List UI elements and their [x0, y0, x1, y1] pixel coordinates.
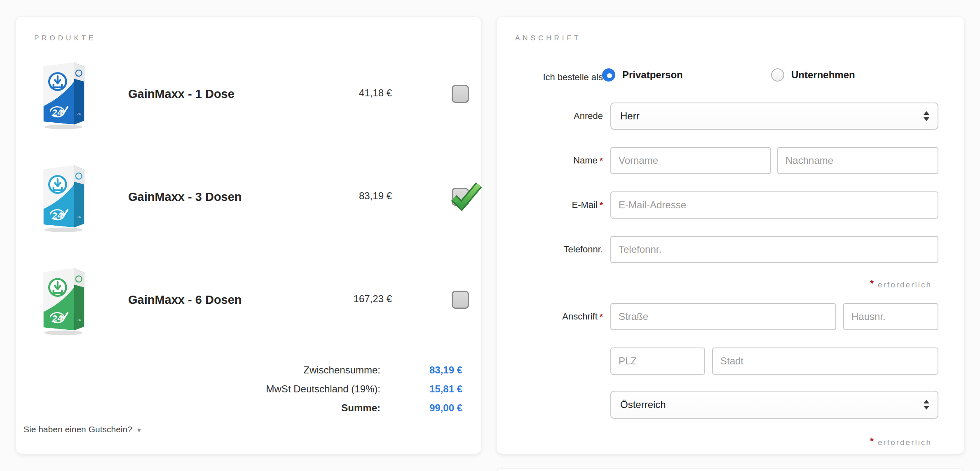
email-input[interactable]: [610, 191, 938, 219]
required-note-text: erforderlich: [878, 438, 932, 447]
svg-text:24: 24: [52, 107, 63, 118]
voucher-label: Sie haben einen Gutschein?: [23, 424, 132, 434]
product-name: GainMaxx - 6 Dosen: [128, 261, 242, 339]
street-input[interactable]: [610, 303, 836, 330]
radio-label: Unternehmen: [791, 69, 855, 81]
select-arrows-icon: [924, 111, 929, 121]
checkout-page: PRODUKTE 24 24 GainMaxx - 1 Dose 41,18 €: [0, 0, 980, 471]
radio-option-privatperson[interactable]: Privatperson: [602, 68, 683, 82]
required-asterisk: *: [870, 278, 874, 289]
required-asterisk: *: [870, 436, 874, 447]
product-price: 167,23 €: [354, 261, 392, 339]
products-card: PRODUKTE 24 24 GainMaxx - 1 Dose 41,18 €: [16, 16, 481, 454]
summary-row: MwSt Deutschland (19%): 15,81 €: [16, 383, 481, 395]
summary-row: Zwischensumme: 83,19 €: [16, 364, 481, 376]
svg-text:24: 24: [77, 215, 81, 219]
summary-total-value: 99,00 €: [429, 402, 462, 414]
summary-row: Summe: 99,00 €: [16, 402, 481, 414]
required-note-text: erforderlich: [878, 280, 932, 289]
product-price: 83,19 €: [359, 158, 392, 236]
summary-label: MwSt Deutschland (19%):: [266, 383, 380, 395]
required-asterisk: *: [600, 200, 603, 210]
house-number-input[interactable]: [843, 303, 938, 330]
country-select-value: Österreich: [620, 399, 666, 410]
product-name: GainMaxx - 1 Dose: [128, 55, 234, 133]
anrede-select-value: Herr: [620, 110, 640, 122]
svg-text:24: 24: [77, 318, 81, 322]
phone-input[interactable]: [610, 236, 938, 263]
product-checkbox[interactable]: [452, 85, 469, 103]
vorname-input[interactable]: [610, 147, 771, 174]
product-row: 24 24 GainMaxx - 6 Dosen 167,23 €: [16, 261, 481, 339]
address-section-title: ANSCHRIFT: [515, 34, 581, 42]
product-box-image: 24 24: [40, 262, 86, 336]
required-note: * erforderlich: [870, 279, 932, 291]
anrede-select[interactable]: Herr: [610, 103, 938, 130]
zip-input[interactable]: [610, 347, 705, 375]
product-box-image: 24 24: [40, 159, 86, 233]
city-input[interactable]: [712, 347, 938, 375]
caret-down-icon: ▼: [136, 426, 142, 434]
radio-selected-icon[interactable]: [602, 68, 615, 82]
product-price: 41,18 €: [359, 55, 392, 133]
green-checkmark-icon: [450, 182, 482, 210]
svg-text:24: 24: [77, 112, 81, 116]
next-section-card-edge: [497, 469, 964, 471]
product-row: 24 24 GainMaxx - 3 Dosen 83,19 €: [16, 158, 481, 236]
summary-label: Zwischensumme:: [303, 364, 380, 376]
product-box-image: 24 24: [40, 56, 86, 131]
phone-label: Telefonnr.: [497, 244, 603, 255]
product-checkbox-checked[interactable]: [452, 188, 469, 206]
radio-unselected-icon[interactable]: [771, 68, 784, 82]
svg-text:24: 24: [52, 210, 63, 221]
product-row: 24 24 GainMaxx - 1 Dose 41,18 €: [16, 55, 481, 133]
required-asterisk: *: [600, 156, 603, 165]
products-section-title: PRODUKTE: [34, 34, 96, 42]
address-card: ANSCHRIFT Ich bestelle als Privatperson …: [497, 16, 964, 454]
voucher-toggle[interactable]: Sie haben einen Gutschein? ▼: [23, 423, 142, 436]
anrede-label: Anrede: [497, 111, 603, 121]
email-label: E-Mail*: [497, 200, 603, 210]
product-checkbox[interactable]: [452, 291, 469, 309]
radio-option-unternehmen[interactable]: Unternehmen: [771, 68, 855, 82]
country-select[interactable]: Österreich: [610, 391, 938, 419]
summary-value: 83,19 €: [429, 364, 462, 376]
required-note: * erforderlich: [870, 437, 932, 448]
required-asterisk: *: [600, 312, 603, 321]
nachname-input[interactable]: [777, 147, 938, 174]
address-label: Anschrift*: [497, 311, 603, 322]
select-arrows-icon: [924, 400, 929, 410]
radio-label: Privatperson: [622, 69, 683, 81]
summary-value: 15,81 €: [429, 383, 462, 395]
summary-total-label: Summe:: [341, 402, 380, 414]
svg-text:24: 24: [52, 313, 63, 324]
name-label: Name*: [497, 155, 603, 166]
product-name: GainMaxx - 3 Dosen: [128, 158, 242, 236]
order-as-label: Ich bestelle als: [497, 72, 603, 83]
